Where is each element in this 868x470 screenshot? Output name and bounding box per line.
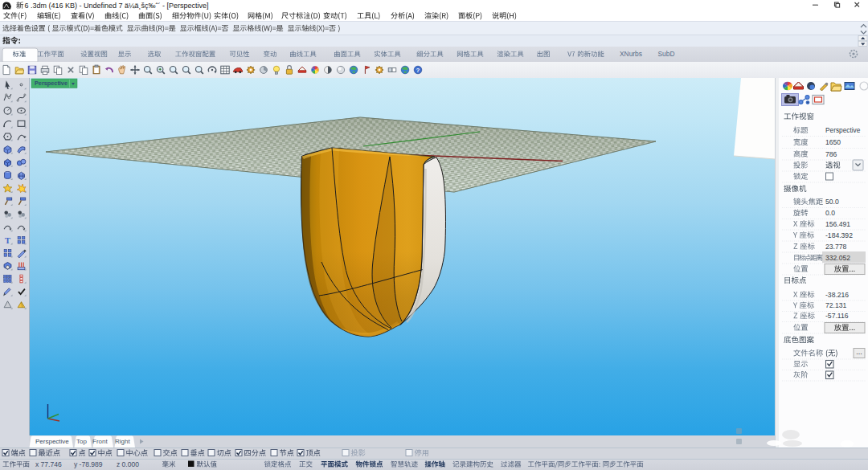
svg-text:-57.116: -57.116	[825, 312, 849, 320]
svg-text:T: T	[5, 236, 10, 245]
svg-text:SubD: SubD	[658, 50, 675, 58]
svg-text:XNurbs: XNurbs	[620, 50, 642, 58]
svg-text:x 77.746: x 77.746	[35, 460, 62, 468]
svg-text:y -78.989: y -78.989	[74, 460, 103, 468]
svg-text:1650: 1650	[825, 138, 841, 146]
svg-text:Perspective: Perspective	[825, 126, 861, 134]
svg-text:Perspective: Perspective	[35, 438, 69, 445]
svg-text:6 .3dm (416 KB) - Undefined 7: 6 .3dm (416 KB) - Undefined 7 ä¼ä¸šç‰ˆ´ …	[25, 2, 209, 10]
svg-text:50.0: 50.0	[825, 198, 839, 206]
svg-text:Perspective: Perspective	[35, 80, 68, 87]
svg-text:Right: Right	[115, 438, 130, 445]
svg-text:?: ?	[416, 67, 420, 74]
svg-text:23.778: 23.778	[825, 243, 847, 251]
svg-text:z 0.000: z 0.000	[117, 460, 139, 468]
svg-text:786: 786	[825, 150, 837, 158]
svg-text:-184.392: -184.392	[825, 231, 853, 239]
svg-text:-38.216: -38.216	[825, 291, 849, 299]
svg-text:...: ...	[856, 348, 862, 356]
svg-text:Front: Front	[92, 438, 108, 445]
svg-text:Top: Top	[76, 438, 87, 445]
svg-text:156.491: 156.491	[825, 220, 850, 228]
svg-text:72.131: 72.131	[825, 301, 847, 309]
svg-text:332.052: 332.052	[825, 254, 850, 262]
svg-text:0.0: 0.0	[825, 209, 835, 217]
